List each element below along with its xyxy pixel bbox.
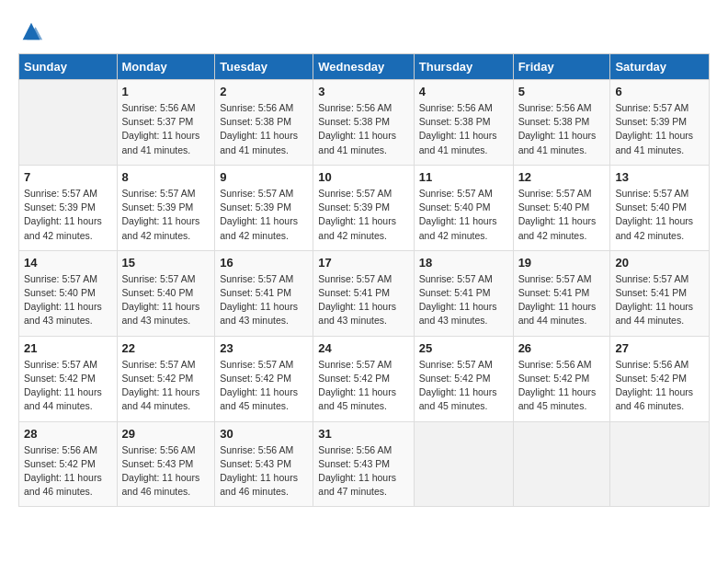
day-info: Sunrise: 5:57 AMSunset: 5:40 PMDaylight:… — [419, 187, 508, 243]
calendar-cell: 15Sunrise: 5:57 AMSunset: 5:40 PMDayligh… — [117, 250, 215, 336]
day-info: Sunrise: 5:56 AMSunset: 5:38 PMDaylight:… — [419, 101, 508, 157]
day-info: Sunrise: 5:56 AMSunset: 5:43 PMDaylight:… — [318, 443, 408, 500]
day-number: 22 — [122, 341, 210, 355]
calendar-cell: 28Sunrise: 5:56 AMSunset: 5:42 PMDayligh… — [19, 421, 118, 507]
calendar-cell: 30Sunrise: 5:56 AMSunset: 5:43 PMDayligh… — [215, 421, 313, 507]
calendar-cell: 9Sunrise: 5:57 AMSunset: 5:39 PMDaylight… — [215, 165, 313, 250]
calendar-cell: 22Sunrise: 5:57 AMSunset: 5:42 PMDayligh… — [117, 336, 215, 421]
day-info: Sunrise: 5:56 AMSunset: 5:42 PMDaylight:… — [24, 443, 112, 500]
day-number: 31 — [318, 427, 408, 441]
calendar-cell: 5Sunrise: 5:56 AMSunset: 5:38 PMDaylight… — [513, 80, 610, 166]
calendar-cell — [513, 421, 610, 507]
day-info: Sunrise: 5:57 AMSunset: 5:39 PMDaylight:… — [220, 187, 308, 243]
calendar-table: SundayMondayTuesdayWednesdayThursdayFrid… — [18, 53, 710, 507]
calendar-cell: 10Sunrise: 5:57 AMSunset: 5:39 PMDayligh… — [313, 165, 414, 250]
calendar-cell: 17Sunrise: 5:57 AMSunset: 5:41 PMDayligh… — [313, 250, 414, 336]
calendar-cell: 25Sunrise: 5:57 AMSunset: 5:42 PMDayligh… — [414, 336, 513, 421]
day-info: Sunrise: 5:57 AMSunset: 5:42 PMDaylight:… — [419, 358, 508, 414]
calendar-cell — [610, 421, 710, 507]
calendar-cell: 29Sunrise: 5:56 AMSunset: 5:43 PMDayligh… — [117, 421, 215, 507]
day-number: 25 — [419, 341, 508, 355]
day-number: 10 — [318, 170, 408, 184]
day-number: 28 — [24, 427, 112, 441]
calendar-cell: 31Sunrise: 5:56 AMSunset: 5:43 PMDayligh… — [313, 421, 414, 507]
weekday-header-thursday: Thursday — [414, 54, 513, 80]
day-number: 7 — [24, 170, 112, 184]
calendar-cell: 6Sunrise: 5:57 AMSunset: 5:39 PMDaylight… — [610, 80, 710, 166]
calendar-cell: 7Sunrise: 5:57 AMSunset: 5:39 PMDaylight… — [19, 165, 118, 250]
day-info: Sunrise: 5:57 AMSunset: 5:40 PMDaylight:… — [518, 187, 606, 243]
day-number: 15 — [122, 256, 210, 270]
weekday-header-monday: Monday — [117, 54, 215, 80]
calendar-cell: 2Sunrise: 5:56 AMSunset: 5:38 PMDaylight… — [215, 80, 313, 166]
day-info: Sunrise: 5:57 AMSunset: 5:41 PMDaylight:… — [220, 272, 308, 328]
day-number: 5 — [518, 85, 606, 98]
day-number: 13 — [615, 170, 704, 184]
day-number: 20 — [615, 256, 704, 270]
calendar-cell — [414, 421, 513, 507]
day-info: Sunrise: 5:57 AMSunset: 5:41 PMDaylight:… — [419, 272, 508, 328]
logo — [18, 18, 48, 44]
day-number: 9 — [220, 170, 308, 184]
day-number: 30 — [220, 427, 308, 441]
day-info: Sunrise: 5:56 AMSunset: 5:42 PMDaylight:… — [518, 358, 606, 414]
day-number: 26 — [518, 341, 606, 355]
day-info: Sunrise: 5:56 AMSunset: 5:38 PMDaylight:… — [220, 101, 308, 157]
day-number: 12 — [518, 170, 606, 184]
day-info: Sunrise: 5:57 AMSunset: 5:42 PMDaylight:… — [122, 358, 210, 414]
day-number: 24 — [318, 341, 408, 355]
day-info: Sunrise: 5:57 AMSunset: 5:40 PMDaylight:… — [122, 272, 210, 328]
day-info: Sunrise: 5:56 AMSunset: 5:43 PMDaylight:… — [220, 443, 308, 500]
day-number: 18 — [419, 256, 508, 270]
calendar-cell: 24Sunrise: 5:57 AMSunset: 5:42 PMDayligh… — [313, 336, 414, 421]
day-number: 8 — [122, 170, 210, 184]
calendar-week-2: 7Sunrise: 5:57 AMSunset: 5:39 PMDaylight… — [19, 165, 710, 250]
weekday-header-tuesday: Tuesday — [215, 54, 313, 80]
day-number: 17 — [318, 256, 408, 270]
calendar-cell: 23Sunrise: 5:57 AMSunset: 5:42 PMDayligh… — [215, 336, 313, 421]
day-number: 16 — [220, 256, 308, 270]
calendar-cell: 1Sunrise: 5:56 AMSunset: 5:37 PMDaylight… — [117, 80, 215, 166]
calendar-cell: 13Sunrise: 5:57 AMSunset: 5:40 PMDayligh… — [610, 165, 710, 250]
day-info: Sunrise: 5:57 AMSunset: 5:39 PMDaylight:… — [24, 187, 112, 243]
calendar-cell: 16Sunrise: 5:57 AMSunset: 5:41 PMDayligh… — [215, 250, 313, 336]
day-info: Sunrise: 5:57 AMSunset: 5:42 PMDaylight:… — [318, 358, 408, 414]
page-header — [18, 18, 710, 44]
day-number: 3 — [318, 85, 408, 98]
day-info: Sunrise: 5:57 AMSunset: 5:39 PMDaylight:… — [122, 187, 210, 243]
calendar-week-4: 21Sunrise: 5:57 AMSunset: 5:42 PMDayligh… — [19, 336, 710, 421]
day-info: Sunrise: 5:57 AMSunset: 5:41 PMDaylight:… — [318, 272, 408, 328]
day-info: Sunrise: 5:57 AMSunset: 5:42 PMDaylight:… — [24, 358, 112, 414]
day-number: 4 — [419, 85, 508, 98]
day-number: 11 — [419, 170, 508, 184]
logo-icon — [18, 18, 44, 44]
weekday-header-sunday: Sunday — [19, 54, 118, 80]
day-info: Sunrise: 5:57 AMSunset: 5:42 PMDaylight:… — [220, 358, 308, 414]
weekday-header-row: SundayMondayTuesdayWednesdayThursdayFrid… — [19, 54, 710, 80]
calendar-cell: 11Sunrise: 5:57 AMSunset: 5:40 PMDayligh… — [414, 165, 513, 250]
day-info: Sunrise: 5:56 AMSunset: 5:38 PMDaylight:… — [518, 101, 606, 157]
day-info: Sunrise: 5:56 AMSunset: 5:38 PMDaylight:… — [318, 101, 408, 157]
calendar-cell — [19, 80, 118, 166]
calendar-cell: 20Sunrise: 5:57 AMSunset: 5:41 PMDayligh… — [610, 250, 710, 336]
calendar-week-3: 14Sunrise: 5:57 AMSunset: 5:40 PMDayligh… — [19, 250, 710, 336]
day-info: Sunrise: 5:57 AMSunset: 5:40 PMDaylight:… — [24, 272, 112, 328]
day-info: Sunrise: 5:57 AMSunset: 5:41 PMDaylight:… — [518, 272, 606, 328]
day-number: 29 — [122, 427, 210, 441]
calendar-cell: 18Sunrise: 5:57 AMSunset: 5:41 PMDayligh… — [414, 250, 513, 336]
calendar-cell: 14Sunrise: 5:57 AMSunset: 5:40 PMDayligh… — [19, 250, 118, 336]
calendar-cell: 4Sunrise: 5:56 AMSunset: 5:38 PMDaylight… — [414, 80, 513, 166]
day-number: 27 — [615, 341, 704, 355]
day-number: 21 — [24, 341, 112, 355]
day-number: 23 — [220, 341, 308, 355]
day-info: Sunrise: 5:57 AMSunset: 5:39 PMDaylight:… — [318, 187, 408, 243]
day-info: Sunrise: 5:56 AMSunset: 5:43 PMDaylight:… — [122, 443, 210, 500]
calendar-cell: 8Sunrise: 5:57 AMSunset: 5:39 PMDaylight… — [117, 165, 215, 250]
calendar-cell: 3Sunrise: 5:56 AMSunset: 5:38 PMDaylight… — [313, 80, 414, 166]
weekday-header-wednesday: Wednesday — [313, 54, 414, 80]
calendar-cell: 27Sunrise: 5:56 AMSunset: 5:42 PMDayligh… — [610, 336, 710, 421]
day-number: 1 — [122, 85, 210, 98]
calendar-cell: 19Sunrise: 5:57 AMSunset: 5:41 PMDayligh… — [513, 250, 610, 336]
calendar-cell: 12Sunrise: 5:57 AMSunset: 5:40 PMDayligh… — [513, 165, 610, 250]
day-info: Sunrise: 5:57 AMSunset: 5:40 PMDaylight:… — [615, 187, 704, 243]
